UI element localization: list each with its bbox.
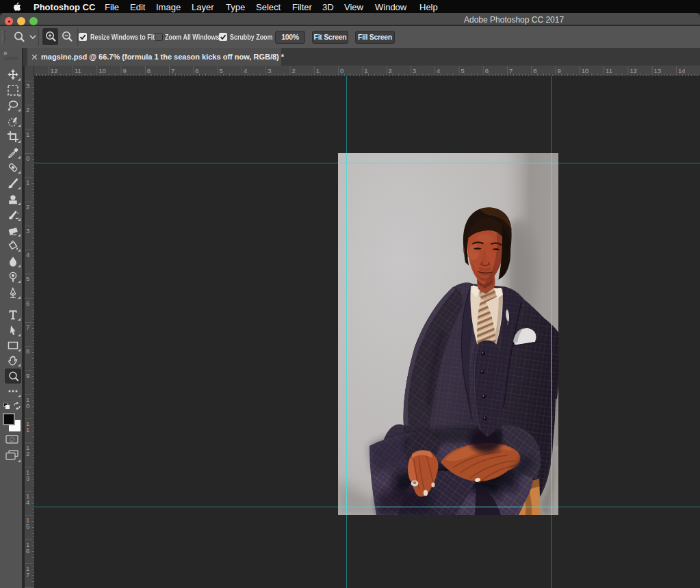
svg-text:4: 4 [26,498,29,506]
svg-text:9: 9 [558,67,561,75]
svg-text:8: 8 [147,67,151,75]
svg-text:12: 12 [51,67,58,75]
svg-text:6: 6 [26,547,29,554]
svg-text:6: 6 [26,299,29,307]
svg-text:0: 0 [26,155,29,162]
svg-text:7: 7 [26,323,29,331]
svg-text:7: 7 [509,67,513,75]
svg-text:10: 10 [582,67,589,75]
svg-text:9: 9 [26,372,29,379]
svg-text:4: 4 [437,67,440,75]
svg-text:1: 1 [26,178,29,186]
svg-text:11: 11 [75,67,81,75]
svg-text:5: 5 [220,67,223,75]
svg-text:1: 1 [26,426,29,433]
svg-text:1: 1 [364,67,367,75]
svg-text:1: 1 [316,67,320,75]
svg-text:4: 4 [244,67,247,75]
svg-text:0: 0 [340,67,343,75]
svg-text:6: 6 [195,67,198,75]
svg-text:1: 1 [26,131,29,138]
svg-text:5: 5 [26,522,29,530]
svg-text:3: 3 [413,67,416,75]
svg-text:3: 3 [268,67,271,75]
svg-text:4: 4 [26,251,29,258]
svg-text:8: 8 [26,347,29,355]
svg-text:3: 3 [26,475,29,482]
svg-text:5: 5 [461,67,464,75]
svg-text:6: 6 [485,67,489,75]
svg-text:12: 12 [630,67,637,75]
svg-text:2: 2 [291,67,295,75]
svg-text:9: 9 [123,67,127,75]
svg-text:3: 3 [26,82,29,90]
svg-text:5: 5 [26,275,29,282]
svg-text:11: 11 [606,67,612,75]
svg-text:0: 0 [26,402,29,410]
svg-text:2: 2 [26,450,29,457]
svg-text:3: 3 [26,227,29,235]
svg-text:2: 2 [389,67,392,75]
svg-text:13: 13 [654,67,662,75]
svg-text:14: 14 [678,67,686,75]
svg-text:8: 8 [533,67,536,75]
svg-text:10: 10 [99,67,106,75]
svg-text:7: 7 [26,571,29,578]
svg-text:2: 2 [26,106,29,113]
svg-text:7: 7 [171,67,174,75]
svg-text:2: 2 [26,203,29,211]
